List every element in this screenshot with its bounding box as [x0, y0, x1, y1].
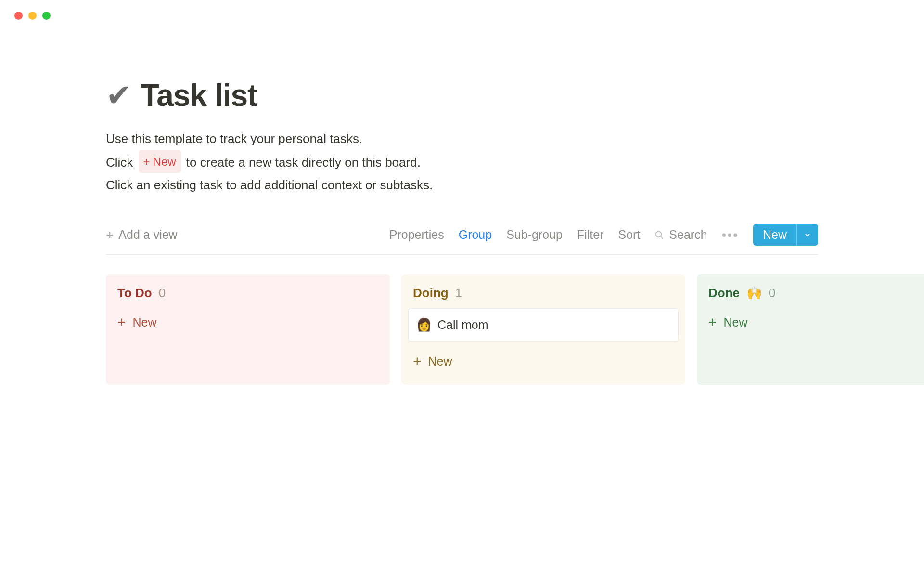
toolbar-right: Properties Group Sub-group Filter Sort S… — [389, 224, 818, 246]
column-count: 1 — [455, 286, 462, 301]
column-new-label: New — [724, 315, 748, 329]
card-title: Call mom — [437, 318, 488, 332]
column-count: 0 — [769, 286, 775, 301]
window-close-icon[interactable] — [14, 12, 23, 20]
column-title: To Do — [117, 286, 152, 301]
new-button[interactable]: New — [753, 224, 818, 246]
column-new-label: New — [133, 315, 157, 329]
column-header-todo[interactable]: To Do 0 — [113, 283, 383, 308]
column-doing: Doing 1 👩 Call mom + New — [401, 274, 685, 385]
add-view-button[interactable]: + Add a view — [106, 228, 178, 242]
column-title: Doing — [413, 286, 449, 301]
column-title: Done — [708, 286, 740, 301]
column-header-done[interactable]: Done 🙌 0 — [704, 283, 924, 308]
properties-button[interactable]: Properties — [389, 228, 444, 242]
sort-button[interactable]: Sort — [618, 228, 640, 242]
kanban-board: To Do 0 + New Doing 1 👩 Call mom + New — [106, 255, 818, 385]
sub-group-button[interactable]: Sub-group — [506, 228, 563, 242]
window-minimize-icon[interactable] — [28, 12, 37, 20]
filter-button[interactable]: Filter — [577, 228, 604, 242]
page-title-row: ✔ Task list — [106, 78, 818, 113]
database-toolbar: + Add a view Properties Group Sub-group … — [106, 210, 818, 255]
description-line-1: Use this template to track your personal… — [106, 128, 818, 150]
description-line-2: Click + New to create a new task directl… — [106, 150, 818, 174]
search-label: Search — [669, 228, 707, 242]
search-button[interactable]: Search — [654, 228, 707, 242]
search-icon — [654, 230, 664, 240]
column-new-button-todo[interactable]: + New — [113, 308, 383, 331]
column-count: 0 — [159, 286, 166, 301]
svg-line-1 — [661, 236, 663, 239]
add-view-label: Add a view — [118, 228, 177, 242]
column-new-button-doing[interactable]: + New — [408, 347, 679, 370]
description-line-3: Click an existing task to add additional… — [106, 174, 818, 197]
new-button-label[interactable]: New — [753, 224, 797, 246]
chevron-down-icon — [804, 231, 811, 239]
card-call-mom[interactable]: 👩 Call mom — [408, 308, 679, 342]
plus-icon: + — [106, 228, 114, 242]
window-controls — [0, 0, 924, 20]
column-header-doing[interactable]: Doing 1 — [408, 283, 679, 308]
new-button-dropdown[interactable] — [797, 224, 818, 246]
window-maximize-icon[interactable] — [42, 12, 51, 20]
column-new-button-done[interactable]: + New — [704, 308, 924, 331]
plus-icon: + — [117, 315, 126, 329]
column-todo: To Do 0 + New — [106, 274, 390, 385]
plus-icon: + — [413, 354, 422, 368]
column-title-emoji: 🙌 — [746, 286, 762, 301]
group-button[interactable]: Group — [459, 228, 492, 242]
page-title[interactable]: Task list — [141, 78, 257, 113]
plus-icon: + — [143, 151, 150, 172]
card-emoji-icon: 👩 — [416, 317, 432, 332]
plus-icon: + — [708, 315, 717, 329]
description-line-2-prefix: Click — [106, 155, 137, 170]
page-description: Use this template to track your personal… — [106, 128, 818, 196]
column-new-label: New — [428, 355, 452, 368]
page-container: ✔ Task list Use this template to track y… — [0, 20, 924, 385]
svg-point-0 — [656, 231, 662, 237]
description-line-2-suffix: to create a new task directly on this bo… — [186, 155, 421, 170]
page-header: ✔ Task list Use this template to track y… — [106, 78, 818, 196]
toolbar-left: + Add a view — [106, 228, 178, 242]
inline-new-label: New — [153, 151, 176, 172]
inline-new-badge: + New — [139, 150, 181, 173]
page-icon[interactable]: ✔ — [106, 80, 132, 111]
more-icon[interactable]: ••• — [722, 228, 739, 242]
column-done: Done 🙌 0 + New — [697, 274, 924, 385]
